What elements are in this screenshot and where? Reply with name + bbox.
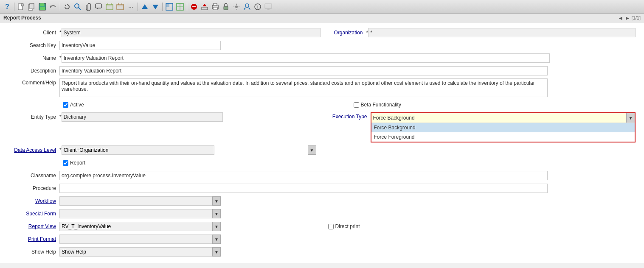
report-view-select[interactable]: RV_T_InventoryValue: [59, 222, 221, 231]
lock-icon[interactable]: [221, 2, 231, 11]
execution-type-link[interactable]: Execution Type: [332, 114, 367, 120]
chat-icon[interactable]: [94, 2, 104, 11]
execution-type-label: Execution Type: [324, 112, 371, 120]
procedure-label: Procedure: [8, 185, 59, 191]
client-input[interactable]: [62, 28, 321, 37]
report-checkbox[interactable]: [63, 160, 68, 166]
active-checkbox-item: Active: [63, 102, 84, 108]
report-view-link[interactable]: Report View: [28, 223, 56, 229]
row-workflow: Workflow ▼: [8, 196, 636, 206]
special-form-link[interactable]: Special Form: [26, 211, 56, 217]
data-access-arrow[interactable]: ▼: [308, 145, 316, 155]
up-icon[interactable]: [140, 2, 149, 11]
report-view-arrow[interactable]: ▼: [212, 222, 221, 231]
svg-text:i: i: [257, 5, 258, 9]
active-label: Active: [70, 102, 84, 108]
monitor-icon[interactable]: [264, 2, 273, 11]
svg-rect-24: [166, 3, 169, 7]
data-access-select[interactable]: Client+Organization Organization Client …: [62, 145, 214, 155]
row-procedure: Procedure: [8, 183, 636, 193]
copy-icon[interactable]: [27, 2, 37, 11]
search-icon[interactable]: [73, 2, 82, 11]
sep2: [60, 3, 60, 11]
row-entity-exec: Entity Type* Execution Type Force Backgr…: [8, 112, 636, 142]
entity-type-label: Entity Type: [8, 114, 59, 120]
data-access-label: Data Access Level: [8, 147, 59, 153]
execution-type-wrapper: Force Background ▼ Force Background Forc…: [371, 112, 636, 142]
print-format-link[interactable]: Print Format: [28, 236, 56, 242]
history-icon[interactable]: [105, 2, 114, 11]
description-label: Description: [8, 68, 59, 74]
active-checkbox[interactable]: [63, 102, 68, 108]
comment-textarea[interactable]: Report lists products with their on-hand…: [59, 78, 548, 97]
print-format-select[interactable]: [59, 234, 221, 244]
nav-next[interactable]: ▶: [625, 16, 630, 20]
execution-type-value[interactable]: Force Background: [371, 114, 627, 122]
svg-rect-34: [213, 7, 217, 10]
form-container: Client* Organization * Search Key Name* …: [0, 22, 644, 263]
window-icon[interactable]: [165, 2, 174, 11]
pagination-text: [1/1]: [632, 15, 641, 20]
more-icon[interactable]: ···: [126, 2, 135, 11]
direct-print-label: Direct print: [335, 223, 360, 229]
svg-rect-35: [224, 6, 228, 10]
workflow-arrow[interactable]: ▼: [212, 196, 221, 206]
workflow-select[interactable]: [59, 196, 221, 206]
execution-type-arrow[interactable]: ▼: [626, 113, 635, 123]
settings-icon[interactable]: [232, 2, 241, 11]
svg-rect-3: [30, 3, 34, 9]
classname-input[interactable]: [59, 171, 548, 180]
info-icon[interactable]: i: [253, 2, 262, 11]
show-help-select[interactable]: Show Help: [59, 247, 221, 257]
svg-marker-8: [65, 5, 66, 6]
sep5: [187, 3, 187, 11]
search-key-input[interactable]: [59, 41, 221, 50]
organization-label: Organization: [324, 30, 366, 36]
help-icon[interactable]: ?: [3, 2, 12, 11]
calendar-icon[interactable]: [115, 2, 125, 11]
client-group: Client*: [8, 28, 321, 37]
exec-option-foreground[interactable]: Force Foreground: [371, 132, 635, 142]
description-input[interactable]: [59, 66, 548, 75]
stop-icon[interactable]: [189, 2, 199, 11]
organization-input[interactable]: [368, 28, 636, 37]
refresh-icon[interactable]: [62, 2, 72, 11]
svg-rect-6: [40, 7, 45, 10]
down-icon[interactable]: [151, 2, 160, 11]
procedure-input[interactable]: [59, 184, 548, 193]
row-description: Description: [8, 66, 636, 76]
sep3: [138, 3, 138, 11]
beta-checkbox-item: Beta Functionality: [354, 102, 401, 108]
data-access-select-wrapper: Client+Organization Organization Client …: [62, 145, 316, 155]
show-help-arrow[interactable]: ▼: [212, 247, 221, 257]
exec-option-background[interactable]: Force Background: [371, 123, 635, 132]
data-access-link[interactable]: Data Access Level: [14, 147, 56, 153]
svg-rect-40: [265, 4, 272, 8]
undo-icon[interactable]: [48, 2, 58, 11]
nav-prev[interactable]: ◀: [618, 16, 623, 20]
print-format-arrow[interactable]: ▼: [212, 234, 221, 244]
direct-print-checkbox[interactable]: [328, 224, 334, 229]
svg-marker-21: [142, 4, 148, 9]
beta-checkbox[interactable]: [354, 102, 359, 108]
export-icon[interactable]: [200, 2, 209, 11]
special-form-select[interactable]: [59, 209, 221, 218]
attach-icon[interactable]: [84, 2, 93, 11]
print-format-wrapper: ▼: [59, 234, 221, 244]
svg-marker-22: [152, 5, 158, 9]
special-form-arrow[interactable]: ▼: [212, 209, 221, 218]
report-checkbox-item: Report: [63, 160, 85, 166]
row-comment: Comment/Help Report lists products with …: [8, 78, 636, 97]
entity-type-input[interactable]: [62, 112, 223, 122]
print-icon[interactable]: [211, 2, 220, 11]
organization-link[interactable]: Organization: [334, 30, 363, 36]
svg-rect-29: [192, 6, 196, 7]
save-icon[interactable]: [38, 2, 47, 11]
toolbar: ? ···: [0, 0, 644, 14]
row-report-cb: Report: [8, 158, 636, 168]
workflow-link[interactable]: Workflow: [35, 198, 56, 204]
grid-icon[interactable]: [175, 2, 185, 11]
name-input[interactable]: [62, 53, 550, 63]
new-icon[interactable]: [17, 2, 26, 11]
user-icon[interactable]: [242, 2, 252, 11]
